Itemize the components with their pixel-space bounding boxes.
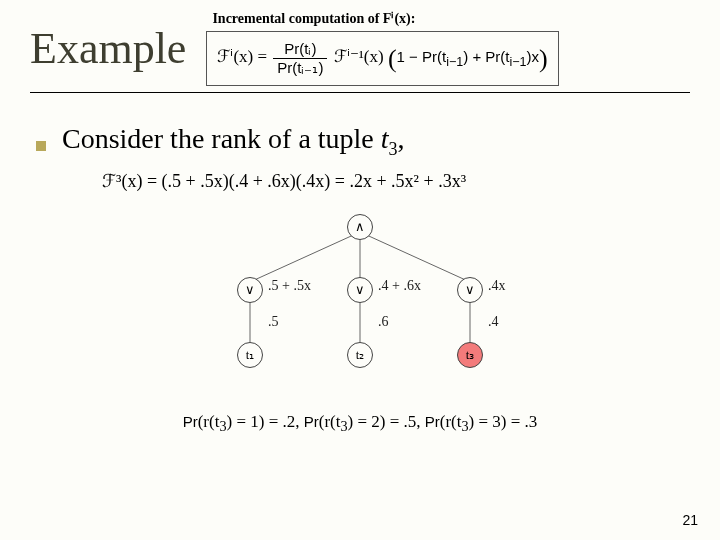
incremental-heading: Incremental computation of Fⁱ(x):: [212, 10, 690, 27]
node-or-2: ∨: [347, 277, 373, 303]
edge-label-3: .4x: [488, 278, 506, 294]
bullet-before: Consider the rank of a tuple: [62, 123, 381, 154]
bullet-after: ,: [398, 123, 405, 154]
tree-diagram: ∧ ∨ ∨ ∨ t₁ t₂ t₃ .5 + .5x .4 + .6x .4x .…: [190, 212, 530, 382]
node-t1: t₁: [237, 342, 263, 368]
svg-line-2: [360, 232, 470, 282]
expansion-formula: ℱ³(x) = (.5 + .5x)(.4 + .6x)(.4x) = .2x …: [102, 170, 690, 192]
bullet-sub: 3: [389, 139, 398, 159]
node-t2: t₂: [347, 342, 373, 368]
edge-label-3b: .4: [488, 314, 499, 330]
node-or-3: ∨: [457, 277, 483, 303]
edge-label-1b: .5: [268, 314, 279, 330]
node-or-1: ∨: [237, 277, 263, 303]
slide-number: 21: [682, 512, 698, 528]
incremental-formula: ℱⁱ(x) = Pr(tᵢ) Pr(tᵢ₋₁) ℱⁱ⁻¹(x) (1 − Pr(…: [206, 31, 558, 86]
bullet-var: t: [381, 123, 389, 154]
node-root-and: ∧: [347, 214, 373, 240]
bullet-icon: [36, 141, 46, 151]
edge-label-1: .5 + .5x: [268, 278, 311, 294]
formula-mid: ℱⁱ⁻¹(x): [334, 47, 384, 66]
svg-line-0: [250, 232, 360, 282]
slide-title: Example: [30, 23, 186, 74]
formula-lhs: ℱⁱ(x) =: [217, 47, 267, 66]
node-t3: t₃: [457, 342, 483, 368]
edge-label-2: .4 + .6x: [378, 278, 421, 294]
bullet-text: Consider the rank of a tuple t3,: [62, 123, 405, 160]
frac-den: Pr(tᵢ₋₁): [273, 59, 327, 77]
formula-paren-inner: 1 − Pr(ti−1) + Pr(ti−1)x: [397, 48, 539, 65]
edge-label-2b: .6: [378, 314, 389, 330]
probability-line: Pr(r(t3) = 1) = .2, Pr(r(t3) = 2) = .5, …: [30, 412, 690, 435]
frac-num: Pr(tᵢ): [273, 40, 327, 59]
